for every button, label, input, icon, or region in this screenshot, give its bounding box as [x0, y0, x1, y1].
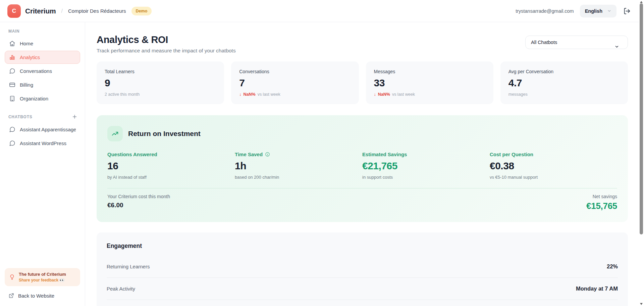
trend-suffix: vs last week — [258, 92, 280, 97]
page-subtitle: Track performance and measure the impact… — [97, 48, 236, 54]
add-chatbot-button[interactable] — [72, 114, 77, 120]
main-content: Analytics & ROI Track performance and me… — [85, 22, 639, 306]
sidebar-item-label: Organization — [20, 96, 48, 101]
roi-metric-label: Cost per Question — [490, 151, 617, 157]
credit-card-icon — [9, 82, 15, 88]
roi-head: Return on Investment — [107, 126, 617, 141]
engagement-row-label: Peak Activity — [107, 286, 135, 292]
page-scrollbar[interactable] — [639, 0, 644, 306]
roi-metric-label: Time Saved — [235, 151, 362, 157]
sidebar-section-chatbots: CHATBOTS — [8, 115, 32, 119]
stat-trend: ↓ NaN% vs last week — [374, 92, 485, 97]
sidebar-section-main: MAIN — [8, 29, 80, 34]
criterium-logo: C — [7, 4, 21, 18]
roi-metric-label-text: Time Saved — [235, 151, 263, 157]
stat-card-conversations: Conversations 7 ↓ NaN% vs last week — [231, 61, 359, 104]
back-to-website-label: Back to Website — [18, 293, 54, 299]
engagement-rows: Returning Learners 22% Peak Activity Mon… — [107, 256, 618, 300]
engagement-row-value: Monday at 7 AM — [576, 286, 618, 292]
stat-label: Messages — [374, 69, 485, 74]
sidebar-item-home[interactable]: Home — [5, 37, 80, 50]
roi-title: Return on Investment — [128, 130, 201, 138]
stats-grid: Total Learners 9 2 active this month Con… — [97, 61, 628, 104]
home-icon — [9, 40, 15, 47]
chat-bubble-icon — [9, 140, 15, 146]
trend-suffix: vs last week — [392, 92, 415, 97]
trending-up-icon — [107, 126, 123, 141]
feedback-card[interactable]: The future of Criterium Share your feedb… — [5, 268, 80, 286]
trend-down-arrow-icon: ↓ — [239, 92, 241, 97]
roi-cost-value: €6.00 — [107, 202, 170, 209]
user-email: trystansarrade@gmail.com — [516, 8, 574, 14]
stat-card-messages: Messages 33 ↓ NaN% vs last week — [366, 61, 493, 104]
analytics-icon — [9, 54, 15, 60]
roi-metric-cost-per-question: Cost per Question €0.38 vs €5-10 manual … — [490, 151, 617, 180]
sidebar-item-organization[interactable]: Organization — [5, 92, 80, 105]
scrollbar-down-arrow-icon[interactable] — [640, 303, 643, 305]
sidebar-item-label: Home — [20, 41, 33, 46]
stat-sub: 2 active this month — [105, 92, 216, 97]
logo-letter: C — [12, 8, 16, 14]
scrollbar-up-arrow-icon[interactable] — [640, 1, 643, 3]
stat-trend: ↓ NaN% vs last week — [239, 92, 351, 97]
roi-metric-value: €21,765 — [362, 160, 490, 172]
sidebar-spacer — [5, 150, 80, 268]
stat-label: Conversations — [239, 69, 351, 74]
engagement-title: Engagement — [107, 243, 618, 250]
page-head: Analytics & ROI Track performance and me… — [97, 34, 628, 54]
chevron-down-icon — [607, 9, 611, 13]
engagement-row-label: Returning Learners — [107, 264, 150, 269]
sidebar-item-billing[interactable]: Billing — [5, 78, 80, 91]
logout-icon — [623, 7, 631, 15]
brand-link[interactable]: C Criterium — [7, 4, 56, 18]
sidebar-item-label: Conversations — [20, 68, 52, 74]
sidebar-item-label: Analytics — [20, 54, 40, 60]
language-label: English — [585, 8, 602, 14]
roi-metric-questions-answered: Questions Answered 16 by AI instead of s… — [107, 151, 235, 180]
roi-metric-sub: in support costs — [362, 175, 490, 180]
roi-net-savings: Net savings €15,765 — [586, 194, 617, 211]
roi-net-label: Net savings — [586, 194, 617, 199]
roi-metric-label: Estimated Savings — [362, 151, 490, 157]
engagement-row-value: 22% — [607, 263, 618, 270]
demo-badge: Demo — [131, 7, 152, 15]
breadcrumb-separator: / — [61, 8, 63, 14]
language-selector[interactable]: English — [580, 5, 616, 17]
sidebar-item-label: Billing — [20, 82, 33, 88]
roi-metric-sub: vs €5-10 manual support — [490, 175, 617, 180]
sidebar-chatbot-apparentissage[interactable]: Assistant Apparentissage ... — [5, 123, 80, 136]
sidebar-chatbot-wordpress[interactable]: Assistant WordPress — [5, 137, 80, 150]
back-to-website-link[interactable]: Back to Website — [8, 293, 80, 299]
feedback-title: The future of Criterium — [19, 272, 66, 277]
stat-label: Avg per Conversation — [508, 69, 620, 74]
logout-button[interactable] — [623, 7, 631, 15]
trend-down-arrow-icon: ↓ — [374, 92, 376, 97]
plus-icon — [72, 114, 77, 120]
roi-divider — [107, 188, 617, 188]
roi-cost-label: Your Criterium cost this month — [107, 194, 170, 199]
stat-label: Total Learners — [105, 69, 216, 74]
chat-bubble-icon — [9, 126, 15, 133]
scrollbar-thumb[interactable] — [640, 3, 643, 234]
header-right: trystansarrade@gmail.com English — [516, 5, 631, 17]
engagement-row-returning-learners: Returning Learners 22% — [107, 256, 618, 278]
roi-net-value: €15,765 — [586, 201, 617, 211]
sidebar-chatbot-label: Assistant Apparentissage ... — [20, 127, 76, 132]
page-head-text: Analytics & ROI Track performance and me… — [97, 34, 236, 54]
roi-metric-sub: based on 200 char/min — [235, 175, 362, 180]
info-icon[interactable] — [265, 152, 270, 157]
roi-metric-value: €0.38 — [490, 160, 617, 172]
external-link-icon — [8, 293, 14, 299]
chat-bubble-icon — [9, 68, 15, 74]
sidebar-chatbot-label: Assistant WordPress — [20, 140, 66, 146]
chatbot-filter-select[interactable]: All Chatbots — [525, 36, 628, 49]
feedback-subtitle: Share your feedback 👀 — [19, 278, 66, 282]
roi-section: Return on Investment Questions Answered … — [97, 115, 628, 222]
roi-metric-label-text: Cost per Question — [490, 151, 533, 157]
roi-metric-label-text: Questions Answered — [107, 151, 157, 157]
roi-cost: Your Criterium cost this month €6.00 — [107, 194, 170, 209]
sidebar-item-conversations[interactable]: Conversations — [5, 64, 80, 78]
sidebar-item-analytics[interactable]: Analytics — [5, 51, 80, 64]
roi-metric-value: 1h — [235, 160, 362, 172]
chatbot-filter-wrap: All Chatbots — [525, 36, 628, 49]
